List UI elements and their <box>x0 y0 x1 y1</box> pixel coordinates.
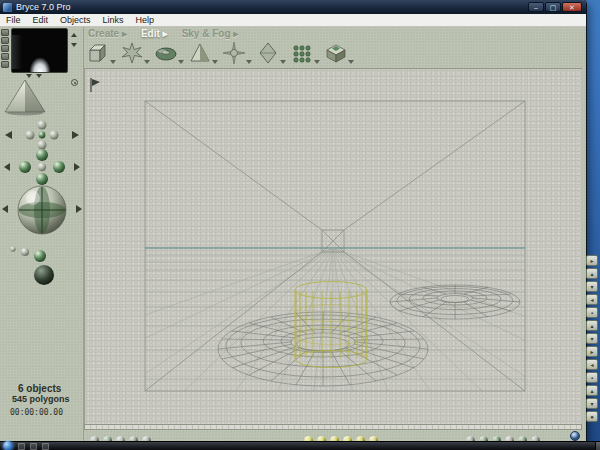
timecode: 00:00:00.00 <box>6 408 82 417</box>
window-controls: – ▢ ✕ <box>528 2 582 12</box>
nano-preview-window[interactable] <box>11 28 68 73</box>
display-controls-group <box>88 431 153 441</box>
camera-trackball[interactable] <box>2 186 82 234</box>
preview-pyramid-icon[interactable] <box>5 80 45 115</box>
sel-tool-7[interactable]: ▾ <box>586 333 598 344</box>
nano-option-strip <box>1 29 10 69</box>
bottom-toolbar <box>84 431 584 441</box>
nano-up-arrow-icon[interactable] <box>71 33 77 37</box>
sel-tool-4[interactable]: ◂ <box>586 294 598 305</box>
app-area: 6 objects 545 polygons 00:00:00.00 Creat… <box>0 27 586 441</box>
bryce-app-icon <box>3 3 12 12</box>
system-tray <box>558 444 586 450</box>
sel-tool-3[interactable]: ▾ <box>586 281 598 292</box>
right-selection-palette: ▸▴▾◂▪▴▾▸◂▪▴▾● <box>586 255 599 424</box>
tab-create[interactable]: Create ▸ <box>88 28 127 39</box>
menubar: FileEditObjectsLinksHelp <box>0 14 586 27</box>
nano-preview-render <box>30 58 50 72</box>
ground-grid <box>85 248 583 425</box>
menu-file[interactable]: File <box>0 14 27 27</box>
menu-objects[interactable]: Objects <box>54 14 97 27</box>
close-button[interactable]: ✕ <box>562 2 582 12</box>
desktop: Bryce 7.0 Pro – ▢ ✕ FileEditObjectsLinks… <box>0 0 600 450</box>
sel-tool-11[interactable]: ▴ <box>586 385 598 396</box>
sel-tool-9[interactable]: ◂ <box>586 359 598 370</box>
nano-option-button[interactable] <box>1 29 9 36</box>
taskbar-app-icon[interactable] <box>30 443 37 450</box>
titlebar[interactable]: Bryce 7.0 Pro – ▢ ✕ <box>0 0 586 14</box>
tool-lattice-icon[interactable] <box>290 40 314 66</box>
nano-option-button[interactable] <box>1 61 9 68</box>
sel-tool-8[interactable]: ▸ <box>586 346 598 357</box>
left-control-panel: 6 objects 545 polygons 00:00:00.00 <box>0 27 84 441</box>
tool-pyramid-icon[interactable] <box>188 40 212 66</box>
nano-preview-shade <box>12 35 22 69</box>
edit-tool-row <box>86 40 358 68</box>
tool-diamond-icon[interactable] <box>256 40 280 66</box>
nano-option-button[interactable] <box>1 45 9 52</box>
taskbar <box>0 441 600 450</box>
sel-tool-5[interactable]: ▪ <box>586 307 598 318</box>
large-torus-object[interactable] <box>218 312 428 386</box>
nano-option-button[interactable] <box>1 37 9 44</box>
tab-edit[interactable]: Edit ▸ <box>141 28 168 39</box>
menu-links[interactable]: Links <box>97 14 130 27</box>
camera-frame <box>145 101 525 391</box>
nano-down-arrow-icon[interactable] <box>71 43 77 47</box>
menu-edit[interactable]: Edit <box>27 14 55 27</box>
sel-tool-13[interactable]: ● <box>586 411 598 422</box>
taskbar-app-icon[interactable] <box>18 443 25 450</box>
sel-tool-2[interactable]: ▴ <box>586 268 598 279</box>
show-desktop-button[interactable] <box>595 442 600 450</box>
sel-tool-1[interactable]: ▸ <box>586 255 598 266</box>
polygon-count: 545 polygons <box>6 394 82 404</box>
object-count: 6 objects <box>6 383 82 394</box>
taskbar-app-icon[interactable] <box>42 443 49 450</box>
camera-controls-group <box>464 431 542 441</box>
tool-cube-icon[interactable] <box>86 40 110 66</box>
window-title: Bryce 7.0 Pro <box>16 0 71 14</box>
timeline-scrubber[interactable] <box>84 424 582 430</box>
sel-tool-12[interactable]: ▾ <box>586 398 598 409</box>
orbit-control[interactable] <box>4 149 80 185</box>
tool-spike-icon[interactable] <box>222 40 246 66</box>
view-control[interactable] <box>5 121 79 150</box>
minimize-button[interactable]: – <box>528 2 544 12</box>
tab-sky-fog[interactable]: Sky & Fog ▸ <box>182 28 239 39</box>
maximize-button[interactable]: ▢ <box>545 2 561 12</box>
scene-status: 6 objects 545 polygons 00:00:00.00 <box>6 383 82 417</box>
tool-star-icon[interactable] <box>120 40 144 66</box>
viewport-flag-icon[interactable] <box>89 77 101 97</box>
globe-icon[interactable] <box>570 431 580 441</box>
nano-option-button[interactable] <box>1 53 9 60</box>
palette-tabs: Create ▸Edit ▸Sky & Fog ▸ <box>88 28 252 40</box>
tool-torus-icon[interactable] <box>154 40 178 66</box>
wireframe-scene <box>85 69 583 425</box>
bryce-window: Bryce 7.0 Pro – ▢ ✕ FileEditObjectsLinks… <box>0 0 586 441</box>
viewport[interactable] <box>84 68 582 424</box>
sel-tool-6[interactable]: ▴ <box>586 320 598 331</box>
start-button[interactable] <box>3 441 13 450</box>
tool-terrain-icon[interactable] <box>324 40 348 66</box>
sel-tool-10[interactable]: ▪ <box>586 372 598 383</box>
menu-help[interactable]: Help <box>130 14 161 27</box>
zoom-dots-control[interactable] <box>10 246 54 285</box>
camera-controls-graphic <box>0 77 84 307</box>
animation-controls-group <box>302 431 380 441</box>
